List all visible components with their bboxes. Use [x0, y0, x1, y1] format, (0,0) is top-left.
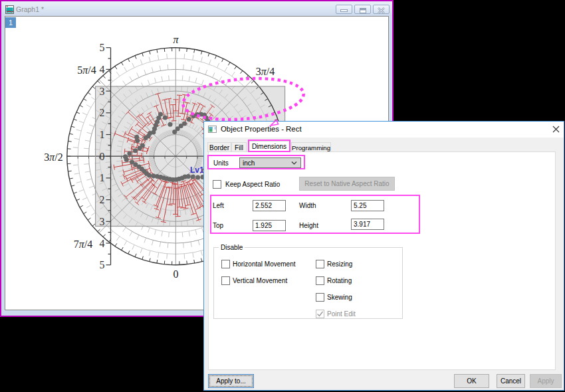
svg-text:3: 3: [100, 86, 105, 97]
svg-text:4: 4: [100, 238, 105, 249]
svg-text:π: π: [173, 34, 179, 45]
svg-text:0: 0: [173, 268, 179, 280]
svg-text:2: 2: [100, 194, 105, 205]
svg-text:5: 5: [100, 259, 105, 270]
svg-text:1: 1: [100, 172, 105, 183]
svg-text:Lv1: Lv1: [190, 165, 204, 175]
svg-text:1: 1: [100, 129, 105, 140]
svg-text:7π/4: 7π/4: [74, 239, 92, 250]
svg-text:4: 4: [100, 64, 105, 75]
svg-text:3: 3: [100, 216, 105, 227]
svg-text:5π/4: 5π/4: [77, 64, 96, 76]
svg-text:5: 5: [100, 42, 105, 53]
svg-text:0: 0: [100, 151, 105, 162]
svg-text:3π/2: 3π/2: [44, 151, 62, 163]
svg-text:2: 2: [100, 107, 105, 118]
